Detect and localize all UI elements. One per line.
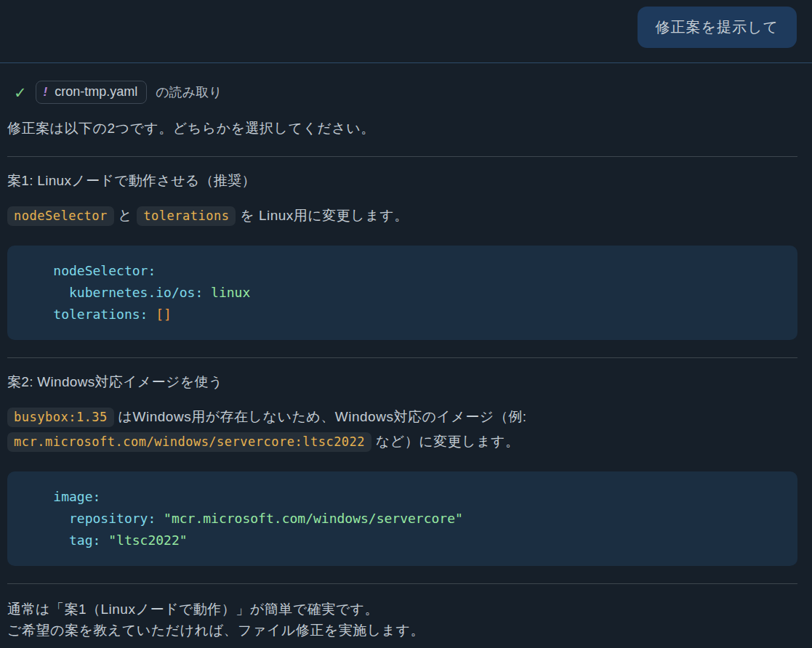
option1-heading: 案1: Linuxノードで動作させる（推奨） — [7, 171, 797, 190]
text-segment: はWindows用が存在しないため、Windows対応のイメージ（例: — [114, 409, 527, 424]
divider — [7, 156, 797, 157]
divider — [7, 583, 797, 584]
code-line: tolerations: [] — [22, 304, 783, 325]
chat-header: 修正案を提示して — [0, 0, 812, 63]
code-line: tag: "ltsc2022" — [22, 530, 783, 551]
file-name: cron-tmp.yaml — [55, 84, 137, 100]
text-segment: など）に変更します。 — [371, 434, 519, 449]
text-segment: を Linux用に変更します。 — [236, 208, 408, 223]
option2-heading: 案2: Windows対応イメージを使う — [7, 373, 797, 392]
check-icon: ✓ — [14, 85, 27, 100]
closing-text: 通常は「案1（Linuxノードで動作）」が簡単で確実です。 ご希望の案を教えてい… — [7, 599, 797, 641]
closing-line-1: 通常は「案1（Linuxノードで動作）」が簡単で確実です。 — [7, 599, 797, 620]
tool-action-label: の読み取り — [156, 84, 222, 101]
code-line: repository: "mcr.microsoft.com/windows/s… — [22, 508, 783, 530]
closing-line-2: ご希望の案を教えていただければ、ファイル修正を実施します。 — [7, 620, 797, 641]
code-line: kubernetes.io/os: linux — [22, 282, 783, 304]
warning-icon: ! — [44, 85, 48, 100]
inline-code: mcr.microsoft.com/windows/servercore:lts… — [7, 432, 371, 452]
divider — [7, 357, 797, 358]
option1-description: nodeSelector と tolerations を Linux用に変更しま… — [7, 203, 797, 228]
inline-code: busybox:1.35 — [7, 408, 114, 427]
inline-code: nodeSelector — [7, 206, 114, 226]
code-line: image: — [22, 486, 783, 508]
option2-description: busybox:1.35 はWindows用が存在しないため、Windows対応… — [7, 405, 797, 454]
inline-code: tolerations — [137, 206, 236, 226]
assistant-message: ✓ ! cron-tmp.yaml の読み取り 修正案は以下の2つです。どちらか… — [0, 81, 812, 641]
file-chip[interactable]: ! cron-tmp.yaml — [36, 81, 148, 104]
tool-status-row: ✓ ! cron-tmp.yaml の読み取り — [7, 81, 797, 104]
option2-code-block: image: repository: "mcr.microsoft.com/wi… — [7, 471, 797, 566]
intro-text: 修正案は以下の2つです。どちらかを選択してください。 — [7, 118, 797, 139]
user-message-bubble: 修正案を提示して — [638, 7, 797, 48]
text-segment: と — [114, 208, 137, 223]
option1-code-block: nodeSelector: kubernetes.io/os: linux to… — [7, 246, 797, 340]
code-line: nodeSelector: — [22, 260, 783, 282]
